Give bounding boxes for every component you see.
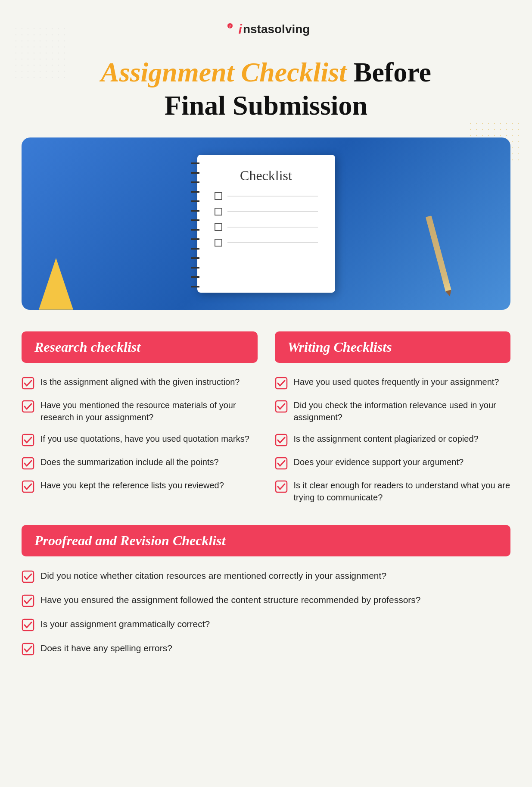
checkmark-icon <box>22 480 34 493</box>
list-item: Did you notice whether citation resource… <box>22 569 510 583</box>
checkmark-icon <box>275 480 288 493</box>
item-text: Is it clear enough for readers to unders… <box>294 479 511 503</box>
item-text: Is your assignment grammatically correct… <box>40 618 210 630</box>
checkmark-icon <box>22 618 34 631</box>
checkmark-icon <box>22 570 34 583</box>
logo-text: nstasolving <box>243 22 310 36</box>
checklist-columns: Research checklist Is the assignment ali… <box>22 331 510 503</box>
list-item: Is it clear enough for readers to unders… <box>275 479 511 503</box>
proofread-checklist-title: Proofread and Revision Checklist <box>34 533 226 548</box>
logo-prefix: i <box>239 22 242 37</box>
list-item: Have you kept the reference lists you re… <box>22 479 258 493</box>
item-text: Does the summarization include all the p… <box>40 456 219 468</box>
checkmark-icon <box>275 377 288 390</box>
cb-line-1 <box>227 196 318 197</box>
list-item: Does it have any spelling errors? <box>22 642 510 656</box>
list-item: If you use quotations, have you used quo… <box>22 433 258 447</box>
research-checklist-title: Research checklist <box>34 339 140 355</box>
checkbox-line-4 <box>215 239 318 247</box>
research-checklist-card: Research checklist Is the assignment ali… <box>22 331 258 503</box>
hero-image: Checklist <box>22 137 510 310</box>
cb-box-3 <box>215 223 222 231</box>
checkmark-icon <box>275 434 288 447</box>
cb-line-4 <box>227 242 318 243</box>
item-text: Have you mentioned the resource material… <box>40 399 258 423</box>
checkmark-icon <box>275 400 288 413</box>
item-text: Is the assignment aligned with the given… <box>40 376 240 388</box>
list-item: Did you check the information relevance … <box>275 399 511 423</box>
proofread-checklist-items: Did you notice whether citation resource… <box>22 569 510 656</box>
list-item: Is your assignment grammatically correct… <box>22 618 510 631</box>
checkbox-line-3 <box>215 223 318 231</box>
hero-decoration-yellow <box>39 258 73 310</box>
title-black: Before <box>347 57 431 87</box>
logo-icon: i <box>222 22 238 37</box>
list-item: Is the assignment aligned with the given… <box>22 376 258 390</box>
logo: i instasolving <box>222 22 310 37</box>
checkbox-line-2 <box>215 208 318 215</box>
checkmark-icon <box>22 594 34 607</box>
item-text: Does it have any spelling errors? <box>40 642 172 654</box>
list-item: Is the assignment content plagiarized or… <box>275 433 511 447</box>
item-text: Did you notice whether citation resource… <box>40 569 386 582</box>
cb-box-2 <box>215 208 222 215</box>
title-line2: Final Submission <box>22 89 510 122</box>
cb-line-2 <box>227 211 318 212</box>
item-text: Did you check the information relevance … <box>294 399 511 423</box>
list-item: Have you mentioned the resource material… <box>22 399 258 423</box>
checkmark-icon <box>22 434 34 447</box>
item-text: Have you kept the reference lists you re… <box>40 479 224 491</box>
notebook-title: Checklist <box>215 168 318 184</box>
logo-area: i instasolving <box>22 13 510 43</box>
notebook-checkboxes <box>215 192 318 247</box>
list-item: Have you used quotes frequently in your … <box>275 376 511 390</box>
item-text: Is the assignment content plagiarized or… <box>294 433 479 445</box>
checkmark-icon <box>22 377 34 390</box>
research-checklist-items: Is the assignment aligned with the given… <box>22 376 258 493</box>
item-text: If you use quotations, have you used quo… <box>40 433 249 445</box>
checkmark-icon <box>275 457 288 470</box>
writing-checklist-header: Writing Checklists <box>275 331 511 363</box>
checkmark-icon <box>22 643 34 656</box>
research-checklist-header: Research checklist <box>22 331 258 363</box>
checkmark-icon <box>22 400 34 413</box>
writing-checklist-title: Writing Checklists <box>288 339 392 355</box>
checkmark-icon <box>22 457 34 470</box>
cb-box-1 <box>215 192 222 200</box>
list-item: Have you ensured the assignment followed… <box>22 593 510 607</box>
writing-checklist-card: Writing Checklists Have you used quotes … <box>275 331 511 503</box>
hero-notebook: Checklist <box>197 155 335 293</box>
list-item: Does your evidence support your argument… <box>275 456 511 470</box>
cb-line-3 <box>227 227 318 228</box>
writing-checklist-items: Have you used quotes frequently in your … <box>275 376 511 503</box>
item-text: Does your evidence support your argument… <box>294 456 464 468</box>
item-text: Have you ensured the assignment followed… <box>40 593 420 606</box>
hero-pencil <box>426 215 451 292</box>
title-yellow: Assignment Checklist <box>101 57 347 87</box>
cb-box-4 <box>215 239 222 247</box>
proofread-checklist-header: Proofread and Revision Checklist <box>22 525 510 556</box>
proofread-checklist-section: Proofread and Revision Checklist Did you… <box>22 525 510 656</box>
item-text: Have you used quotes frequently in your … <box>294 376 499 388</box>
checkbox-line-1 <box>215 192 318 200</box>
list-item: Does the summarization include all the p… <box>22 456 258 470</box>
main-title: Assignment Checklist Before Final Submis… <box>22 56 510 122</box>
